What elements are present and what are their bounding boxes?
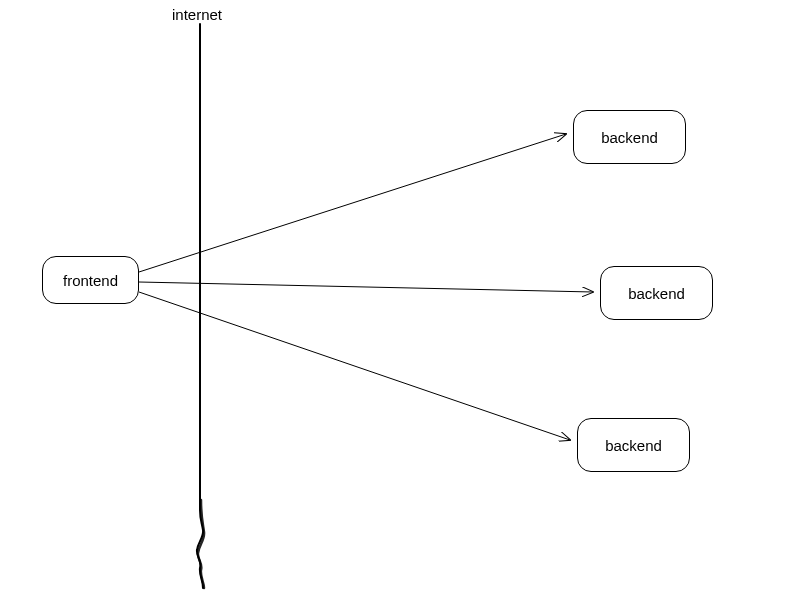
backend-node-1-label: backend xyxy=(601,129,658,146)
backend-node-3: backend xyxy=(577,418,690,472)
frontend-node-label: frontend xyxy=(63,272,118,289)
internet-divider xyxy=(197,24,203,588)
arrow-frontend-backend-3 xyxy=(139,292,570,440)
arrow-frontend-backend-2 xyxy=(139,282,593,292)
backend-node-1: backend xyxy=(573,110,686,164)
internet-divider-ink xyxy=(198,500,204,588)
internet-label: internet xyxy=(172,6,222,23)
backend-node-2-label: backend xyxy=(628,285,685,302)
backend-node-2: backend xyxy=(600,266,713,320)
frontend-node: frontend xyxy=(42,256,139,304)
backend-node-3-label: backend xyxy=(605,437,662,454)
arrow-frontend-backend-1 xyxy=(139,134,566,272)
